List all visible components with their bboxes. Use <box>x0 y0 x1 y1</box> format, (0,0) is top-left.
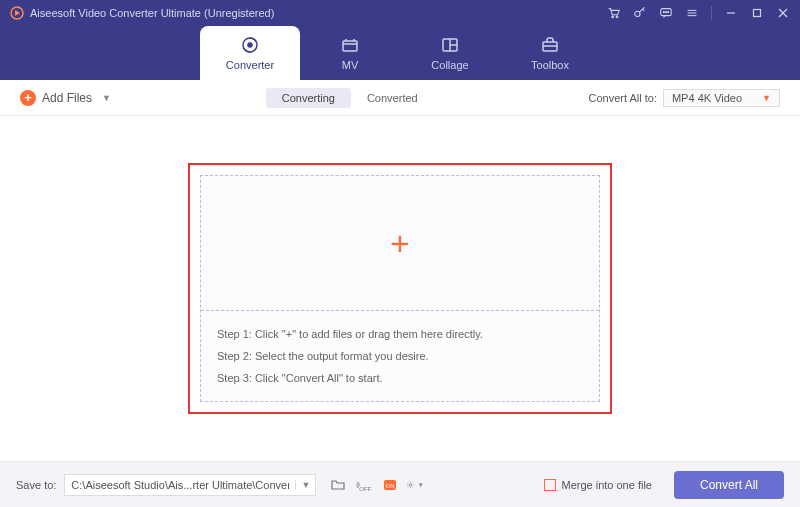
toolbar: + Add Files ▼ Converting Converted Conve… <box>0 80 800 116</box>
tab-label: Collage <box>431 59 468 71</box>
main-nav: Converter MV Collage Toolbox <box>0 26 800 80</box>
hardware-accel-icon[interactable]: OFF <box>354 475 374 495</box>
step-text: Step 1: Click "+" to add files or drag t… <box>217 323 583 345</box>
svg-point-7 <box>668 12 669 13</box>
collage-icon <box>440 35 460 55</box>
step-text: Step 2: Select the output format you des… <box>217 345 583 367</box>
svg-text:ON: ON <box>386 483 395 489</box>
segment-converted[interactable]: Converted <box>351 88 434 108</box>
svg-point-6 <box>665 12 666 13</box>
chevron-down-icon: ▼ <box>102 93 111 103</box>
tab-mv[interactable]: MV <box>300 26 400 80</box>
instructions: Step 1: Click "+" to add files or drag t… <box>201 311 599 401</box>
menu-icon[interactable] <box>685 6 699 20</box>
minimize-button[interactable] <box>724 6 738 20</box>
converter-icon <box>240 35 260 55</box>
app-logo-icon <box>10 6 24 20</box>
svg-point-3 <box>635 11 640 16</box>
tab-toolbox[interactable]: Toolbox <box>500 26 600 80</box>
svg-point-24 <box>410 483 412 485</box>
tab-label: Toolbox <box>531 59 569 71</box>
tab-label: MV <box>342 59 359 71</box>
svg-point-5 <box>663 12 664 13</box>
svg-rect-12 <box>754 10 761 17</box>
add-plus-icon: + <box>390 226 410 260</box>
chevron-down-icon: ▼ <box>762 93 771 103</box>
svg-point-1 <box>612 16 614 18</box>
step-text: Step 3: Click "Convert All" to start. <box>217 367 583 389</box>
feedback-icon[interactable] <box>659 6 673 20</box>
toolbox-icon <box>540 35 560 55</box>
plus-icon: + <box>20 90 36 106</box>
svg-point-16 <box>248 43 252 47</box>
close-button[interactable] <box>776 6 790 20</box>
svg-point-2 <box>616 16 618 18</box>
svg-rect-17 <box>343 41 357 51</box>
save-path-input[interactable] <box>65 479 295 491</box>
maximize-button[interactable] <box>750 6 764 20</box>
gpu-icon[interactable]: ON <box>380 475 400 495</box>
checkbox-box <box>544 479 556 491</box>
merge-checkbox[interactable]: Merge into one file <box>544 479 652 491</box>
mv-icon <box>340 35 360 55</box>
chevron-down-icon[interactable]: ▼ <box>295 480 315 490</box>
settings-icon[interactable]: ▾ <box>406 475 426 495</box>
add-files-label: Add Files <box>42 91 92 105</box>
window-title: Aiseesoft Video Converter Ultimate (Unre… <box>30 7 607 19</box>
save-path-field[interactable]: ▼ <box>64 474 316 496</box>
workspace: + Step 1: Click "+" to add files or drag… <box>0 116 800 461</box>
bottombar: Save to: ▼ OFF ON ▾ Merge into one file … <box>0 461 800 507</box>
drop-zone[interactable]: + Step 1: Click "+" to add files or drag… <box>200 175 600 402</box>
drop-area[interactable]: + <box>201 176 599 311</box>
tab-converter[interactable]: Converter <box>200 26 300 80</box>
key-icon[interactable] <box>633 6 647 20</box>
highlight-frame: + Step 1: Click "+" to add files or drag… <box>188 163 612 414</box>
tab-label: Converter <box>226 59 274 71</box>
convert-all-to-label: Convert All to: <box>588 92 656 104</box>
add-files-button[interactable]: + Add Files ▼ <box>20 90 111 106</box>
divider <box>711 6 712 20</box>
save-to-label: Save to: <box>16 479 56 491</box>
convert-all-button[interactable]: Convert All <box>674 471 784 499</box>
segment-converting[interactable]: Converting <box>266 88 351 108</box>
output-format-value: MP4 4K Video <box>672 92 742 104</box>
merge-label: Merge into one file <box>561 479 652 491</box>
output-format-select[interactable]: MP4 4K Video ▼ <box>663 89 780 107</box>
open-folder-icon[interactable] <box>328 475 348 495</box>
tab-collage[interactable]: Collage <box>400 26 500 80</box>
titlebar: Aiseesoft Video Converter Ultimate (Unre… <box>0 0 800 26</box>
cart-icon[interactable] <box>607 6 621 20</box>
